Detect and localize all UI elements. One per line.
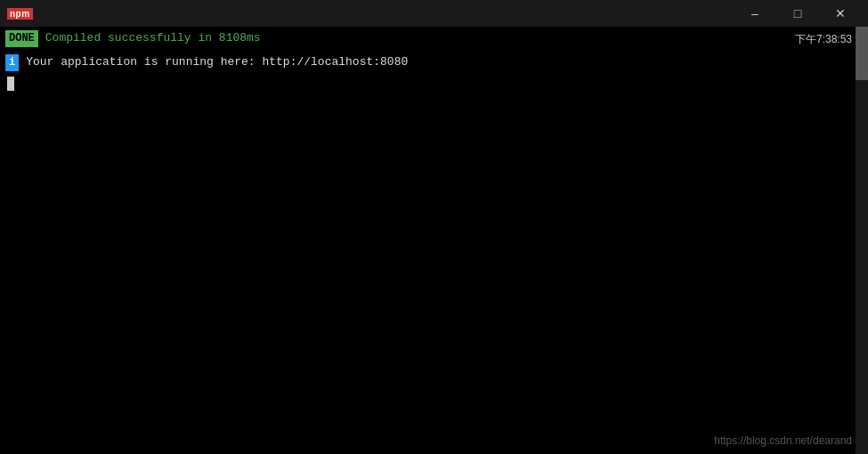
scrollbar-thumb[interactable] <box>856 27 868 80</box>
badge-done: DONE <box>5 30 38 47</box>
badge-info: i <box>5 54 19 71</box>
scrollbar[interactable] <box>856 27 868 454</box>
watermark: https://blog.csdn.net/dearand <box>714 434 852 447</box>
compiled-success-text: Compiled successfully in 8108ms <box>45 30 261 46</box>
npm-logo: npm <box>7 8 33 20</box>
maximize-button[interactable]: □ <box>777 0 818 27</box>
terminal-window: npm – □ ✕ DONE Compiled successfully in … <box>0 0 868 454</box>
title-bar-controls: – □ ✕ <box>734 0 861 27</box>
close-button[interactable]: ✕ <box>820 0 861 27</box>
terminal-cursor <box>7 77 14 91</box>
cursor-line <box>0 75 868 94</box>
title-bar-left: npm <box>7 8 38 20</box>
running-here-text: Your application is running here: http:/… <box>26 54 408 70</box>
minimize-button[interactable]: – <box>734 0 775 27</box>
terminal-body[interactable]: DONE Compiled successfully in 8108ms i Y… <box>0 27 868 454</box>
terminal-line-done: DONE Compiled successfully in 8108ms <box>0 27 868 51</box>
terminal-line-info: i Your application is running here: http… <box>0 51 868 75</box>
title-bar: npm – □ ✕ <box>0 0 868 27</box>
timestamp: 下午7:38:53 <box>795 32 852 47</box>
